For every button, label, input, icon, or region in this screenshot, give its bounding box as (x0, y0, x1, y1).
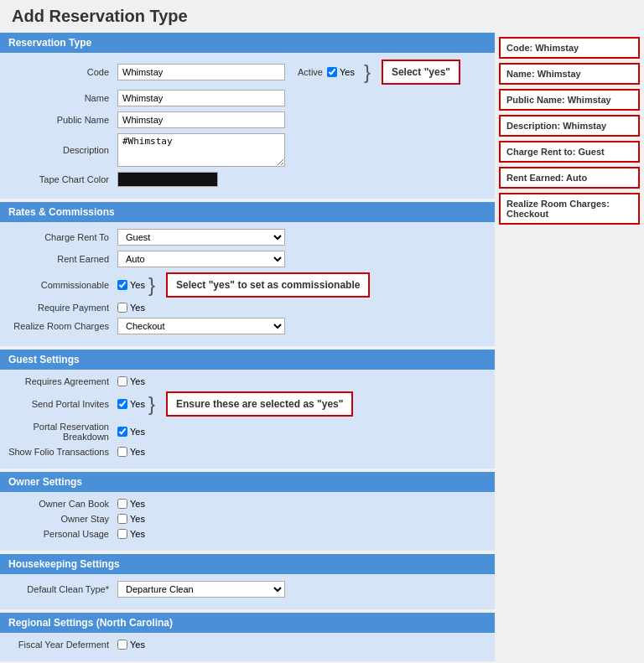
public-name-label: Public Name (8, 115, 117, 125)
personal-usage-checkbox[interactable] (117, 529, 127, 539)
show-folio-transactions-checkbox[interactable] (117, 447, 127, 457)
name-label: Name (8, 93, 117, 103)
description-input[interactable]: #Whimstay (117, 133, 285, 167)
portal-callout: Ensure these are selected as "yes" (166, 391, 354, 417)
default-clean-type-select[interactable]: Departure Clean Mid-Stay Clean (117, 581, 285, 598)
right-note-name: Name: Whimstay (499, 63, 640, 85)
right-note-charge-rent: Charge Rent to: Guest (499, 141, 640, 163)
charge-rent-to-label: Charge Rent To (8, 232, 117, 242)
right-note-realize-room-charges: Realize Room Charges: Checkout (499, 193, 640, 225)
fiscal-year-deferment-label: Fiscal Year Deferment (8, 640, 117, 650)
send-portal-invites-yes-label: Yes (130, 399, 145, 409)
send-portal-invites-label: Send Portal Invites (8, 399, 117, 409)
fiscal-year-deferment-yes-label: Yes (130, 640, 145, 650)
reservation-type-header: Reservation Type (0, 33, 495, 53)
active-yes-label: Yes (340, 67, 355, 77)
rent-earned-select[interactable]: Auto Manual (117, 251, 285, 267)
owner-stay-label: Owner Stay (8, 514, 117, 524)
requires-agreement-checkbox[interactable] (117, 376, 127, 386)
guest-settings-header: Guest Settings (0, 350, 495, 370)
select-yes-callout: Select "yes" (382, 60, 460, 85)
default-clean-type-label: Default Clean Type* (8, 584, 117, 594)
commissionable-yes-label: Yes (130, 280, 145, 290)
right-note-rent-earned: Rent Earned: Auto (499, 167, 640, 189)
commissionable-label: Commissionable (8, 280, 117, 290)
page-title: Add Reservation Type (0, 0, 644, 33)
right-panel: Code: Whimstay Name: Whimstay Public Nam… (495, 33, 644, 663)
require-payment-yes-label: Yes (130, 303, 145, 313)
tape-chart-color-label: Tape Chart Color (8, 174, 117, 184)
code-input[interactable] (117, 64, 285, 80)
regional-settings-header: Regional Settings (North Carolina) (0, 613, 495, 633)
personal-usage-label: Personal Usage (8, 529, 117, 539)
requires-agreement-yes-label: Yes (130, 376, 145, 386)
send-portal-invites-checkbox[interactable] (117, 399, 127, 409)
owner-stay-checkbox[interactable] (117, 514, 127, 524)
require-payment-label: Require Payment (8, 303, 117, 313)
fiscal-year-deferment-checkbox[interactable] (117, 640, 127, 650)
require-payment-checkbox[interactable] (117, 303, 127, 313)
portal-reservation-breakdown-yes-label: Yes (130, 427, 145, 437)
commissionable-brace-icon: } (148, 275, 155, 295)
active-checkbox[interactable] (327, 67, 337, 77)
right-note-description: Description: Whimstay (499, 115, 640, 137)
portal-reservation-breakdown-checkbox[interactable] (117, 427, 127, 437)
portal-brace-icon: } (148, 394, 155, 414)
commissionable-checkbox[interactable] (117, 280, 127, 290)
active-label: Active (298, 67, 323, 77)
name-input[interactable] (117, 90, 285, 106)
public-name-input[interactable] (117, 111, 285, 128)
requires-agreement-label: Requires Agreement (8, 376, 117, 386)
owner-can-book-checkbox[interactable] (117, 499, 127, 509)
show-folio-transactions-yes-label: Yes (130, 447, 145, 457)
realize-room-charges-select[interactable]: Checkout Check-in (117, 318, 285, 334)
commissionable-callout: Select "yes" to set as commissionable (166, 272, 370, 298)
owner-settings-header: Owner Settings (0, 472, 495, 492)
rates-commissions-header: Rates & Commissions (0, 202, 495, 222)
code-label: Code (8, 67, 117, 77)
personal-usage-yes-label: Yes (130, 529, 145, 539)
show-folio-transactions-label: Show Folio Transactions (8, 447, 117, 457)
right-note-public-name: Public Name: Whimstay (499, 89, 640, 111)
brace-icon: } (364, 60, 371, 83)
owner-stay-yes-label: Yes (130, 514, 145, 524)
description-label: Description (8, 145, 117, 155)
portal-reservation-breakdown-label: Portal Reservation Breakdown (8, 422, 117, 442)
charge-rent-to-select[interactable]: Guest Owner (117, 229, 285, 246)
housekeeping-settings-header: Housekeeping Settings (0, 554, 495, 574)
color-picker[interactable] (117, 172, 218, 187)
rent-earned-label: Rent Earned (8, 254, 117, 264)
realize-room-charges-label: Realize Room Charges (8, 321, 117, 331)
owner-can-book-yes-label: Yes (130, 499, 145, 509)
owner-can-book-label: Owner Can Book (8, 499, 117, 509)
right-note-code: Code: Whimstay (499, 37, 640, 59)
